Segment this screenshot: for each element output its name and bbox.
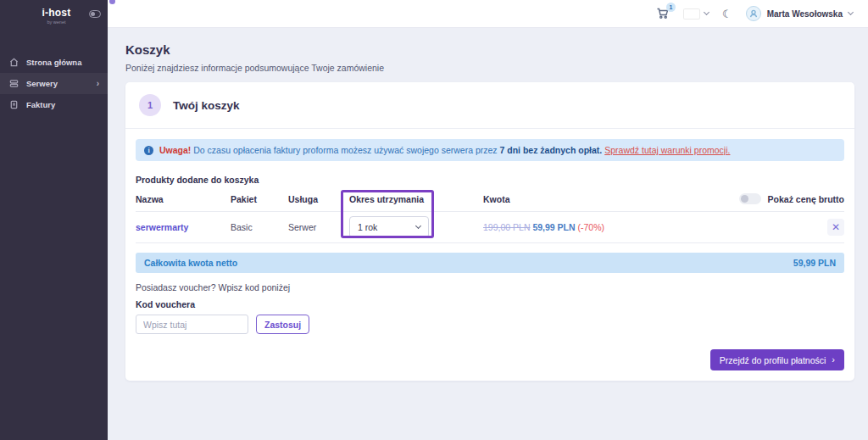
language-selector[interactable]	[683, 8, 709, 19]
total-value: 59,99 PLN	[793, 258, 836, 268]
promo-alert: i Uwaga! Do czasu opłacenia faktury prof…	[136, 139, 844, 161]
voucher-question: Posiadasz voucher? Wpisz kod poniżej	[136, 282, 844, 292]
voucher-code-label: Kod vouchera	[136, 299, 844, 309]
product-package: Basic	[231, 222, 288, 232]
logo: i-host by wenet	[0, 0, 108, 36]
sidebar-item-label: Serwery	[26, 79, 58, 88]
close-icon: ✕	[832, 222, 840, 232]
apply-voucher-button[interactable]: Zastosuj	[256, 315, 309, 334]
card-title: Twój koszyk	[173, 99, 240, 112]
checkout-button[interactable]: Przejdź do profilu płatności ›	[710, 349, 844, 370]
chevron-down-icon	[415, 223, 421, 229]
step-number-badge: 1	[139, 94, 161, 116]
column-header-kwota: Kwota	[483, 194, 739, 204]
avatar	[746, 6, 761, 21]
discount-percent: (-70%)	[578, 222, 605, 232]
current-price: 59,99 PLN	[532, 222, 575, 232]
total-bar: Całkowita kwota netto 59,99 PLN	[136, 253, 844, 273]
poland-flag-icon	[683, 8, 700, 19]
sidebar-item-strona-glowna[interactable]: Strona główna	[0, 52, 108, 73]
checkout-button-label: Przejdź do profilu płatności	[720, 355, 826, 365]
main-content: Koszyk Poniżej znajdziesz informacje pod…	[108, 28, 868, 440]
sidebar-item-label: Strona główna	[26, 58, 81, 67]
card-header: 1 Twój koszyk	[125, 82, 854, 129]
product-service: Serwer	[288, 222, 349, 232]
topbar: 1 ☾ Marta Wesołowska	[108, 0, 868, 28]
column-header-usluga: Usługa	[288, 194, 349, 204]
user-name: Marta Wesołowska	[767, 9, 843, 19]
cart-button[interactable]: 1	[656, 7, 670, 20]
period-select[interactable]: 1 rok	[349, 216, 429, 238]
gross-price-toggle[interactable]	[739, 193, 761, 204]
page-subtitle: Poniżej znajdziesz informacje podsumowuj…	[125, 63, 868, 73]
alert-body-text: Do czasu opłacenia faktury proforma może…	[193, 145, 497, 155]
table-row: serwermarty Basic Serwer 1 rok 199,00 PL…	[136, 212, 844, 243]
period-select-value: 1 rok	[358, 222, 377, 232]
table-header-row: Nazwa Pakiet Usługa Okres utrzymania Kwo…	[136, 193, 844, 212]
product-price-cell: 199,00 PLN 59,99 PLN (-70%)	[483, 222, 827, 232]
sidebar-item-serwery[interactable]: Serwery ›	[0, 73, 108, 94]
chevron-down-icon	[704, 9, 709, 15]
sidebar-item-faktury[interactable]: Faktury	[0, 94, 108, 115]
alert-warning-prefix: Uwaga!	[159, 145, 191, 155]
invoice-icon	[9, 100, 19, 109]
server-icon	[9, 79, 19, 88]
remove-item-button[interactable]: ✕	[827, 219, 844, 236]
moon-icon: ☾	[722, 8, 732, 20]
page-title: Koszyk	[125, 42, 868, 57]
arrow-right-icon: ›	[832, 355, 835, 365]
sidebar-collapse-toggle[interactable]	[89, 10, 101, 18]
cart-badge: 1	[666, 3, 676, 12]
logo-brand: i-host	[42, 7, 71, 19]
alert-bold-text: 7 dni bez żadnych opłat.	[500, 145, 603, 155]
promo-terms-link[interactable]: Sprawdź tutaj warunki promocji.	[604, 145, 730, 155]
chevron-right-icon: ›	[97, 80, 99, 88]
user-menu[interactable]: Marta Wesołowska	[746, 6, 853, 21]
voucher-code-input[interactable]	[136, 315, 248, 334]
chevron-down-icon	[848, 9, 854, 15]
products-added-label: Produkty dodane do koszyka	[136, 175, 844, 185]
logo-subtitle: by wenet	[42, 19, 71, 25]
column-header-okres: Okres utrzymania	[349, 194, 483, 204]
product-name-link[interactable]: serwermarty	[136, 222, 188, 232]
gross-price-toggle-label: Pokaż cenę brutto	[768, 194, 844, 204]
sidebar-nav: Strona główna Serwery › Faktury	[0, 52, 108, 115]
cart-card: 1 Twój koszyk i Uwaga! Do czasu opłaceni…	[125, 82, 854, 381]
info-icon: i	[144, 146, 153, 155]
old-price: 199,00 PLN	[483, 222, 530, 232]
sidebar-item-label: Faktury	[26, 100, 55, 109]
total-label: Całkowita kwota netto	[144, 258, 237, 268]
sidebar: i-host by wenet Strona główna Serwery › …	[0, 0, 108, 440]
user-icon	[748, 8, 759, 19]
column-header-pakiet: Pakiet	[231, 194, 288, 204]
column-header-nazwa: Nazwa	[136, 194, 231, 204]
alert-text: Uwaga! Do czasu opłacenia faktury profor…	[159, 145, 730, 155]
dark-mode-toggle[interactable]: ☾	[722, 8, 732, 19]
home-icon	[9, 58, 19, 67]
